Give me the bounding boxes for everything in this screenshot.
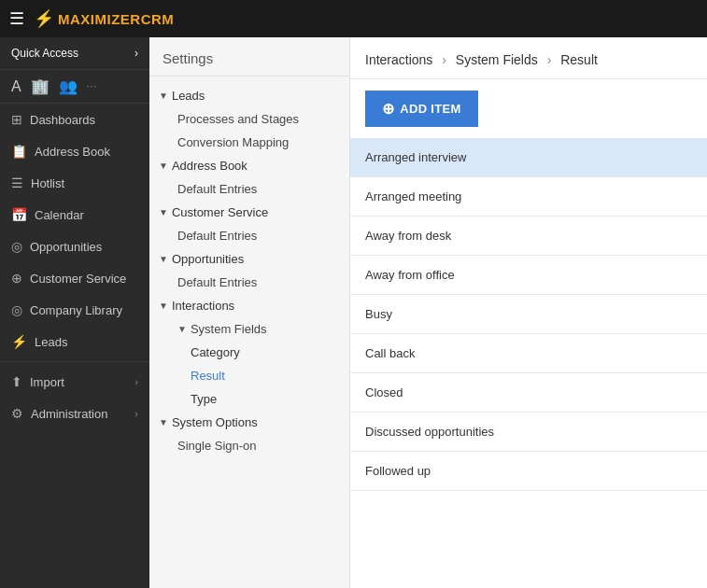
company-library-label: Company Library [30,303,138,317]
import-chevron-icon: › [134,376,138,387]
hotlist-icon: ☰ [11,175,23,190]
tree-opportunities-default-label: Default Entries [177,275,257,289]
tree-processes-stages[interactable]: Processes and Stages [149,107,349,131]
tree-customer-service-label: Customer Service [172,205,268,219]
import-icon: ⬆ [11,374,22,389]
tree-result[interactable]: Result [149,364,349,387]
sidebar-item-opportunities[interactable]: ◎ Opportunities [0,231,149,262]
tree-interactions-label: Interactions [172,299,234,313]
customer-service-label: Customer Service [30,272,138,286]
breadcrumb-part-3: Result [560,52,598,67]
triangle-icon-4: ▼ [159,254,168,264]
tree-opportunities-default[interactable]: Default Entries [149,271,349,294]
settings-panel: Settings ▼ Leads Processes and Stages Co… [149,37,350,588]
tree-system-options-label: System Options [172,415,258,429]
add-item-label: ADD ITEM [400,102,460,116]
breadcrumb-part-1: Interactions [365,52,432,67]
breadcrumb: Interactions › System Fields › Result [350,37,707,79]
item-label: Discussed opportunities [365,425,494,439]
tree-interactions[interactable]: ▼ Interactions [149,294,349,317]
triangle-icon-6: ▼ [177,324,187,334]
triangle-icon-7: ▼ [159,417,168,427]
item-label: Away from office [365,268,455,282]
tree-system-fields[interactable]: ▼ System Fields [149,317,349,341]
sidebar-icon-bar: A 🏢 👥 ··· [0,70,149,104]
settings-tree: ▼ Leads Processes and Stages Conversion … [149,77,349,465]
tree-leads[interactable]: ▼ Leads [149,84,349,107]
list-item-arranged-interview[interactable]: Arranged interview [350,138,707,177]
building-icon[interactable]: 🏢 [31,77,49,95]
breadcrumb-sep-2: › [547,52,552,67]
tree-type[interactable]: Type [149,387,349,411]
tree-processes-stages-label: Processes and Stages [177,112,299,126]
logo-text: MAXIMIZERCRM [58,11,174,27]
tree-customer-service-default-label: Default Entries [177,229,257,243]
leads-label: Leads [35,335,138,349]
sidebar-item-address-book[interactable]: 📋 Address Book [0,135,149,167]
tree-single-sign-on[interactable]: Single Sign-on [149,434,349,457]
item-label: Arranged interview [365,150,466,164]
tree-conversion-mapping[interactable]: Conversion Mapping [149,131,349,154]
tree-system-options[interactable]: ▼ System Options [149,411,349,434]
address-book-label: Address Book [35,145,138,159]
tree-conversion-mapping-label: Conversion Mapping [177,135,289,149]
triangle-icon-2: ▼ [159,161,168,171]
tree-customer-service-default[interactable]: Default Entries [149,224,349,247]
tree-address-book-label: Address Book [172,159,247,173]
sidebar-item-dashboards[interactable]: ⊞ Dashboards [0,104,149,135]
people-icon[interactable]: 👥 [59,77,78,95]
tree-opportunities[interactable]: ▼ Opportunities [149,247,349,271]
add-item-button[interactable]: ⊕ ADD ITEM [365,91,478,127]
list-item-away-from-desk[interactable]: Away from desk [350,217,707,256]
settings-title: Settings [149,37,349,77]
administration-chevron-icon: › [134,408,138,419]
list-item-followed-up[interactable]: Followed up [350,452,707,491]
plus-icon: ⊕ [382,100,394,118]
address-book-icon: 📋 [11,144,27,159]
item-label: Away from desk [365,229,451,243]
content-panel: Interactions › System Fields › Result ⊕ … [350,37,707,588]
customer-service-icon: ⊕ [11,271,22,286]
tree-type-label: Type [191,392,217,406]
tree-customer-service[interactable]: ▼ Customer Service [149,201,349,224]
list-item-busy[interactable]: Busy [350,295,707,334]
tree-address-book-default-label: Default Entries [177,182,257,196]
tree-single-sign-on-label: Single Sign-on [177,439,257,453]
list-item-discussed-opportunities[interactable]: Discussed opportunities [350,413,707,452]
more-icons[interactable]: ··· [87,81,97,91]
triangle-icon-5: ▼ [159,301,168,311]
dashboards-icon: ⊞ [11,112,22,127]
list-item-call-back[interactable]: Call back [350,334,707,373]
calendar-icon: 📅 [11,207,27,222]
list-item-closed[interactable]: Closed [350,373,707,413]
topbar: ☰ ⚡ MAXIMIZERCRM [0,0,707,37]
sidebar: Quick Access › A 🏢 👥 ··· ⊞ Dashboards 📋 … [0,37,149,588]
sidebar-item-administration[interactable]: ⚙ Administration › [0,398,149,429]
list-item-arranged-meeting[interactable]: Arranged meeting [350,177,707,217]
list-item-away-from-office[interactable]: Away from office [350,256,707,295]
tree-address-book-default[interactable]: Default Entries [149,177,349,201]
quick-access[interactable]: Quick Access › [0,37,149,70]
triangle-icon-3: ▼ [159,207,168,217]
tree-category[interactable]: Category [149,341,349,364]
sidebar-item-import[interactable]: ⬆ Import › [0,366,149,398]
sidebar-item-hotlist[interactable]: ☰ Hotlist [0,167,149,199]
quick-access-label: Quick Access [11,47,78,60]
sidebar-item-company-library[interactable]: ◎ Company Library [0,294,149,326]
logo: ⚡ MAXIMIZERCRM [34,8,174,29]
sidebar-item-leads[interactable]: ⚡ Leads [0,326,149,357]
sidebar-item-calendar[interactable]: 📅 Calendar [0,199,149,231]
item-label: Call back [365,346,415,360]
font-icon[interactable]: A [11,78,21,95]
triangle-icon: ▼ [159,91,168,101]
breadcrumb-sep-1: › [442,52,446,67]
sidebar-divider [0,361,149,362]
item-label: Closed [365,385,403,399]
hamburger-icon[interactable]: ☰ [9,8,24,29]
breadcrumb-part-2: System Fields [456,52,538,67]
tree-system-fields-label: System Fields [191,322,267,336]
items-list: Arranged interview Arranged meeting Away… [350,138,707,588]
sidebar-item-customer-service[interactable]: ⊕ Customer Service [0,262,149,294]
tree-result-label: Result [191,369,225,383]
tree-address-book[interactable]: ▼ Address Book [149,154,349,177]
